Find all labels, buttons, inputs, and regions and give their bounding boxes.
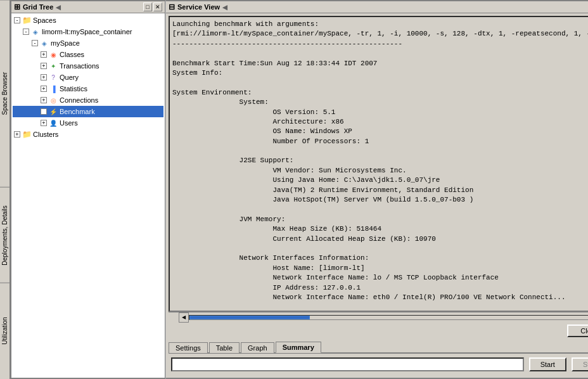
tree-expand-benchmark[interactable]: + [41, 108, 47, 115]
tree-panel-close[interactable]: ✕ [153, 3, 162, 11]
tree-expand-transactions[interactable]: + [41, 63, 47, 69]
tab-settings[interactable]: Settings [169, 342, 208, 353]
class-icon: ◉ [48, 49, 58, 60]
clear-row: Clear [169, 322, 588, 340]
tree-node-transactions[interactable]: +✦Transactions [13, 60, 163, 72]
tree-expand-connections[interactable]: + [41, 97, 47, 103]
output-line: Java(TM) 2 Runtime Environment, Standard… [172, 186, 588, 195]
users-icon: 👤 [48, 118, 58, 128]
tree-label-classes: Classes [60, 51, 84, 58]
output-line: Architecture: x86 [172, 117, 588, 127]
tree-expand-query[interactable]: + [41, 74, 47, 80]
output-line: Network Interface Name: lo / MS TCP Loop… [172, 273, 588, 283]
service-icon: ⊟ [169, 3, 175, 11]
service-pin-icon: ◀ [222, 4, 227, 11]
h-scrollbar-track[interactable] [189, 315, 588, 320]
output-line: IP Address: 127.0.0.1 [172, 283, 588, 293]
tree-label-benchmark: Benchmark [60, 108, 95, 115]
output-line: Max Heap Size (KB): 518464 [172, 224, 588, 234]
tree-label-statistics: Statistics [60, 85, 87, 93]
tree-node-query[interactable]: +?Query [13, 72, 163, 83]
tree-label-spaces: Spaces [33, 16, 56, 24]
output-line: JVM Memory: [172, 215, 588, 224]
tree-node-myspace[interactable]: -◈mySpace [13, 37, 163, 49]
tree-node-connections[interactable]: +◎Connections [13, 94, 163, 106]
tree-expand-statistics[interactable]: + [41, 86, 47, 92]
output-line [172, 146, 588, 156]
output-line: Benchmark Start Time:Sun Aug 12 18:33:44… [172, 59, 588, 68]
tree-expand-limorm[interactable]: - [23, 29, 29, 35]
tree-label-transactions: Transactions [60, 62, 99, 70]
grid-icon: ⊞ [14, 3, 20, 11]
tree-expand-myspace[interactable]: - [32, 40, 38, 46]
start-button[interactable]: Start [529, 357, 566, 371]
sidebar-label-space-browser[interactable]: Space Browser [0, 0, 10, 187]
tree-content[interactable]: -📁Spaces-◈limorm-lt:mySpace_container-◈m… [11, 13, 165, 378]
space-icon: ◈ [39, 38, 49, 48]
tabs-row: SettingsTableGraphSummary [169, 340, 588, 353]
tree-expand-spaces[interactable]: - [14, 17, 20, 23]
tab-summary[interactable]: Summary [276, 342, 321, 353]
tab-graph[interactable]: Graph [241, 342, 274, 353]
tree-panel-titlebar: ⊞ Grid Tree ◀ □ ✕ [11, 1, 165, 13]
bottom-bar: Start Stop [169, 353, 588, 375]
folder-icon: 📁 [22, 15, 32, 25]
tree-panel: ⊞ Grid Tree ◀ □ ✕ -📁Spaces-◈limorm-lt:my… [10, 0, 165, 379]
output-line: J2SE Support: [172, 156, 588, 165]
output-line [172, 205, 588, 214]
progress-field [171, 357, 524, 371]
tree-expand-users[interactable]: + [41, 120, 47, 126]
service-panel-title: ⊟ Service View ◀ [169, 3, 227, 11]
tree-expand-classes[interactable]: + [41, 51, 47, 58]
output-line: OS Version: 5.1 [172, 108, 588, 117]
query-icon: ? [48, 72, 58, 82]
output-line: Current Allocated Heap Size (KB): 10970 [172, 234, 588, 244]
sidebar-label-utilization[interactable]: Utilization [0, 283, 10, 379]
output-line [172, 244, 588, 254]
output-line: System Info: [172, 68, 588, 78]
output-line: System: [172, 98, 588, 107]
tree-node-spaces[interactable]: -📁Spaces [13, 15, 163, 26]
tab-table[interactable]: Table [209, 342, 240, 353]
clusters-icon: 📁 [22, 129, 32, 139]
bench-icon: ⚡ [48, 106, 58, 117]
clear-button[interactable]: Clear [567, 324, 588, 337]
horizontal-scrollbar[interactable]: ◀ ▶ [169, 312, 588, 322]
tree-node-benchmark[interactable]: +⚡Benchmark [13, 106, 163, 117]
conn-icon: ◎ [48, 95, 58, 105]
tree-panel-title: ⊞ Grid Tree ◀ [14, 3, 61, 11]
tree-panel-controls: □ ✕ [143, 3, 162, 11]
panels-row: ⊞ Grid Tree ◀ □ ✕ -📁Spaces-◈limorm-lt:my… [10, 0, 588, 379]
service-panel: ⊟ Service View ◀ □ ✕ Launching benchmark… [165, 0, 588, 379]
stop-button[interactable]: Stop [572, 357, 588, 371]
output-area[interactable]: Launching benchmark with arguments:[rmi:… [169, 16, 588, 312]
tree-label-limorm: limorm-lt:mySpace_container [42, 28, 132, 35]
output-line: Host Name: [limorm-lt] [172, 264, 588, 273]
h-scrollbar-thumb[interactable] [189, 316, 310, 319]
tree-node-limorm[interactable]: -◈limorm-lt:mySpace_container [13, 26, 163, 37]
tree-node-users[interactable]: +👤Users [13, 117, 163, 129]
tree-expand-clusters[interactable]: + [14, 131, 20, 138]
output-line: [rmi://limorm-lt/mySpace_container/mySpa… [172, 29, 588, 39]
scroll-left-btn[interactable]: ◀ [179, 312, 189, 323]
output-line [172, 49, 588, 58]
tree-node-statistics[interactable]: +▐Statistics [13, 83, 163, 94]
tree-node-clusters[interactable]: +📁Clusters [13, 129, 163, 140]
output-line [172, 78, 588, 87]
sidebar-labels: Space Browser Deployments, Details Utili… [0, 0, 10, 379]
tree-panel-minimize[interactable]: □ [143, 3, 152, 11]
service-content: Launching benchmark with arguments:[rmi:… [166, 13, 588, 378]
tree-label-clusters: Clusters [33, 131, 58, 138]
output-line: Network Interfaces Information: [172, 254, 588, 263]
main-content: ⊞ Grid Tree ◀ □ ✕ -📁Spaces-◈limorm-lt:my… [10, 0, 588, 379]
tree-label-query: Query [60, 74, 79, 81]
sidebar-label-deployments[interactable]: Deployments, Details [0, 187, 10, 283]
output-line: Java HotSpot(TM) Server VM (build 1.5.0_… [172, 195, 588, 205]
stats-icon: ▐ [48, 84, 58, 94]
space-icon: ◈ [30, 27, 41, 37]
transaction-icon: ✦ [48, 61, 58, 71]
tree-node-classes[interactable]: +◉Classes [13, 49, 163, 60]
output-line: Launching benchmark with arguments: [172, 20, 588, 29]
tree-label-myspace: mySpace [51, 39, 80, 47]
pin-icon: ◀ [56, 4, 61, 11]
